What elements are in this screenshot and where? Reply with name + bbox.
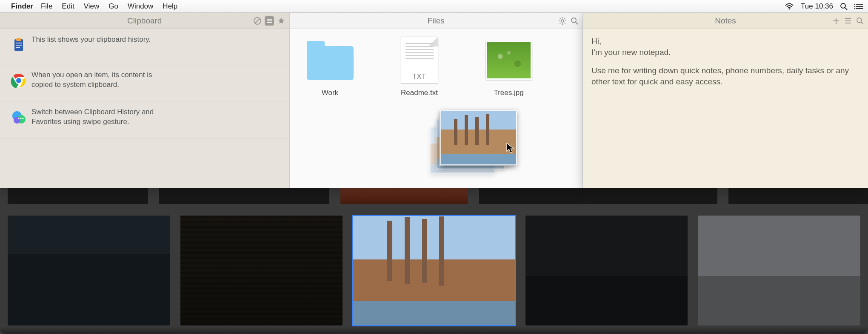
clipboard-pane: Clipboard This list shows your clipboard… — [0, 13, 290, 188]
svg-point-21 — [16, 78, 21, 83]
clipboard-item[interactable]: This list shows your clipboard history. — [0, 29, 289, 64]
svg-rect-16 — [16, 43, 22, 43]
svg-line-45 — [861, 22, 863, 24]
files-title: Files — [428, 16, 445, 26]
file-label: Readme.txt — [388, 89, 451, 97]
spotlight-icon[interactable] — [840, 3, 848, 10]
search-icon[interactable] — [570, 16, 579, 26]
menubar-help[interactable]: Help — [163, 2, 177, 11]
gallery-thumb[interactable] — [728, 188, 868, 204]
svg-line-2 — [845, 8, 847, 10]
svg-point-44 — [857, 18, 862, 23]
clipboard-item-text: Switch between Clipboard History and Fav… — [30, 107, 157, 127]
clipboard-item[interactable]: When you open an item, its content is co… — [0, 64, 289, 101]
svg-point-25 — [18, 118, 19, 119]
file-label: Trees.jpg — [477, 89, 541, 97]
gallery-thumb-selected[interactable] — [353, 216, 515, 325]
file-item-txt[interactable]: TXT Readme.txt — [388, 37, 451, 97]
messages-icon — [8, 107, 30, 125]
clipboard-list: This list shows your clipboard history. … — [0, 29, 289, 188]
clipboard-item-text: This list shows your clipboard history. — [30, 35, 157, 45]
macos-menubar: Finder File Edit View Go Window Help Tue… — [0, 0, 868, 13]
notes-line: I'm your new notepad. — [591, 47, 859, 58]
file-ext-label: TXT — [401, 73, 438, 81]
gallery-thumb[interactable] — [8, 188, 148, 204]
list-view-icon[interactable] — [265, 16, 274, 26]
favorite-star-icon[interactable] — [277, 16, 286, 26]
gallery-row — [8, 216, 860, 325]
gallery-thumb[interactable] — [525, 216, 688, 325]
svg-point-0 — [789, 8, 790, 9]
svg-point-26 — [20, 118, 21, 119]
wifi-icon[interactable] — [785, 3, 794, 10]
svg-point-37 — [571, 18, 576, 23]
clipboard-item[interactable]: Switch between Clipboard History and Fav… — [0, 101, 289, 138]
svg-point-8 — [854, 8, 855, 9]
menubar-file[interactable]: File — [41, 2, 52, 11]
svg-line-36 — [560, 23, 561, 23]
svg-rect-17 — [16, 45, 22, 46]
notes-pane: Notes Hi, I'm your new notepad. Use me f… — [583, 13, 868, 188]
svg-line-34 — [564, 23, 565, 23]
menubar-view[interactable]: View — [84, 2, 100, 11]
menubar-window[interactable]: Window — [128, 2, 153, 11]
gallery-row-partial — [0, 188, 868, 204]
svg-point-1 — [841, 3, 845, 8]
add-note-icon[interactable] — [831, 16, 841, 26]
svg-point-27 — [22, 118, 23, 119]
menu-list-icon[interactable] — [854, 3, 863, 10]
svg-point-28 — [561, 20, 564, 22]
clipboard-item-text: When you open an item, its content is co… — [30, 70, 157, 90]
gallery-thumb[interactable] — [340, 188, 468, 204]
notes-text-area[interactable]: Hi, I'm your new notepad. Use me for wri… — [583, 29, 868, 94]
svg-point-24 — [14, 117, 20, 124]
text-file-icon: TXT — [401, 37, 438, 84]
svg-line-35 — [564, 18, 565, 19]
files-header: Files — [290, 13, 583, 29]
svg-rect-15 — [16, 38, 21, 41]
notes-title: Notes — [715, 16, 736, 26]
files-body[interactable]: Work TXT Readme.txt Trees.jpg — [290, 29, 583, 188]
image-thumbnail-icon — [486, 40, 532, 80]
notes-header: Notes — [583, 13, 868, 29]
gallery-thumb[interactable] — [180, 216, 343, 325]
chrome-icon — [8, 70, 30, 88]
clipboard-title: Clipboard — [127, 16, 162, 26]
file-item-image[interactable]: Trees.jpg — [477, 37, 541, 97]
folder-icon — [307, 46, 354, 80]
menubar-app-name[interactable]: Finder — [11, 2, 33, 11]
svg-line-38 — [576, 22, 578, 24]
menubar-go[interactable]: Go — [108, 2, 118, 11]
clipboard-icon — [8, 35, 30, 53]
utility-panel: Clipboard This list shows your clipboard… — [0, 13, 583, 188]
clipboard-header: Clipboard — [0, 13, 289, 29]
svg-point-7 — [854, 6, 855, 7]
notes-line: Hi, — [591, 36, 859, 47]
notes-line: Use me for writing down quick notes, pho… — [591, 65, 859, 87]
gallery-thumb[interactable] — [159, 188, 329, 204]
files-pane: Files Work TXT — [290, 13, 583, 188]
menubar-clock[interactable]: Tue 10:36 — [801, 2, 833, 11]
gear-icon[interactable] — [558, 16, 567, 26]
window-shadow — [0, 326, 868, 334]
menubar-edit[interactable]: Edit — [62, 2, 74, 11]
gallery-thumb[interactable] — [8, 216, 170, 325]
svg-line-10 — [255, 19, 260, 23]
file-item-folder[interactable]: Work — [298, 37, 362, 97]
gallery-thumb[interactable] — [698, 216, 860, 325]
file-label: Work — [298, 89, 362, 97]
notes-list-icon[interactable] — [843, 16, 853, 26]
svg-point-6 — [854, 3, 855, 5]
gallery-thumb[interactable] — [479, 188, 717, 204]
search-icon[interactable] — [855, 16, 865, 26]
svg-rect-18 — [16, 47, 20, 48]
svg-line-33 — [560, 18, 561, 19]
clear-icon[interactable] — [253, 16, 262, 26]
